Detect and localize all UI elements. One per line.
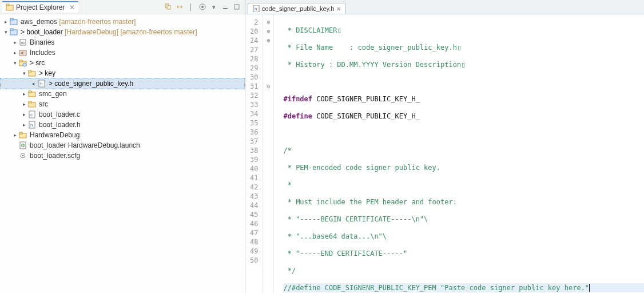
header-file-icon: h [37,79,46,88]
svg-rect-20 [29,70,31,72]
explorer-title-tab[interactable]: Project Explorer ✕ [2,1,78,13]
tree-label: > src [30,58,48,68]
svg-text:h: h [255,6,257,11]
close-icon[interactable]: ✕ [69,3,75,11]
tree-label: smc_gen [39,89,70,99]
link-editor-icon[interactable] [175,2,184,11]
folder-icon [27,89,37,98]
collapse-all-icon[interactable] [164,2,173,11]
tree-label: HardwareDebug [30,130,83,140]
editor-tab-label: code_signer_public_key.h [262,5,334,12]
tree-includes[interactable]: ▸ # Includes [0,47,245,58]
svg-rect-32 [19,132,22,134]
tree-label: > key [39,68,59,78]
explorer-header: Project Explorer ✕ │ ▾ [0,0,245,14]
tree-project-boot-loader[interactable]: ▾ > boot_loader [HardwareDebug] [amazon-… [0,27,245,37]
tree-qualifier: [HardwareDebug] [amazon-freertos master] [65,28,197,36]
project-icon [9,17,18,26]
folder-icon [27,69,37,78]
expand-icon[interactable]: ▸ [11,47,18,58]
svg-rect-3 [167,6,170,9]
project-explorer-view: Project Explorer ✕ │ ▾ ▸ aws_demos [amaz… [0,0,245,293]
expand-icon[interactable]: ▸ [2,17,9,27]
tree-label: Includes [30,47,59,58]
separator-icon: │ [186,2,196,11]
minimize-icon[interactable] [221,2,230,11]
view-menu-icon[interactable]: ▾ [209,2,218,11]
tree-boot-loader-h[interactable]: ▸ h boot_loader.h [0,120,245,130]
config-file-icon [18,151,27,160]
folder-icon [27,100,37,109]
explorer-title-text: Project Explorer [16,3,65,11]
line-number-gutter: 2202427282930313233343536373839404142434… [245,14,263,293]
header-file-icon: h [253,5,260,12]
tree-label: boot_loader.c [39,109,84,120]
tree-label: boot_loader.h [39,120,84,130]
svg-rect-24 [29,91,31,93]
tree-qualifier: [amazon-freertos master] [59,18,136,26]
c-file-icon: c [27,110,37,119]
source-folder-icon [18,58,27,68]
tree-label: > code_signer_public_key.h [49,78,137,89]
header-file-icon: h [27,120,37,129]
tree-label: src [39,99,51,109]
collapse-icon[interactable]: ▾ [21,68,27,78]
expand-icon[interactable]: ▸ [30,78,37,89]
svg-rect-1 [6,4,9,6]
fold-gutter[interactable]: ⊕⊕⊕⊖ [263,14,274,293]
tree-label: Binaries [30,37,58,47]
tree-scfg[interactable]: boot_loader.scfg [0,151,245,161]
code-editor[interactable]: 2202427282930313233343536373839404142434… [245,14,644,293]
tree-launch-config[interactable]: boot_loader HardwareDebug.launch [0,140,245,151]
svg-text:h: h [30,122,33,128]
svg-point-18 [23,63,26,66]
expand-icon[interactable]: ▸ [21,89,27,99]
tree-label: > boot_loader [21,28,63,36]
svg-text:01: 01 [21,41,25,45]
expand-icon[interactable]: ▸ [21,109,27,120]
svg-rect-26 [29,101,31,103]
binaries-icon: 01 [18,38,27,47]
expand-icon[interactable]: ▸ [21,120,27,130]
includes-icon: # [18,48,27,57]
svg-rect-7 [234,5,239,9]
tree-hardware-debug[interactable]: ▸ HardwareDebug [0,130,245,140]
launch-config-icon [18,141,27,150]
maximize-icon[interactable] [232,2,241,11]
svg-rect-6 [223,8,228,9]
project-tree[interactable]: ▸ aws_demos [amazon-freertos master] ▾ >… [0,14,245,293]
collapse-icon[interactable]: ▾ [11,58,18,68]
editor-area: h code_signer_public_key.h ✕ 22024272829… [245,0,644,293]
tree-binaries[interactable]: ▸ 01 Binaries [0,37,245,47]
svg-text:#: # [21,51,23,55]
svg-rect-11 [10,29,13,30]
folder-icon [18,130,27,140]
tree-label: boot_loader.scfg [30,151,84,161]
tree-src2[interactable]: ▸ src [0,99,245,109]
tree-boot-loader-c[interactable]: ▸ c boot_loader.c [0,109,245,120]
code-content[interactable]: * DISCLAIMER▯ * File Name : code_signer_… [274,14,644,293]
close-icon[interactable]: ✕ [336,6,341,12]
navigator-icon [6,3,14,11]
tree-smc-gen[interactable]: ▸ smc_gen [0,89,245,99]
svg-rect-17 [19,60,22,62]
tree-src[interactable]: ▾ > src [0,58,245,68]
expand-icon[interactable]: ▸ [11,130,18,140]
focus-icon[interactable] [198,2,207,11]
tree-code-signer-public-key-h[interactable]: ▸ h > code_signer_public_key.h [0,78,245,89]
collapse-icon[interactable]: ▾ [2,27,9,37]
svg-point-37 [22,155,24,157]
tree-label: aws_demos [21,18,57,26]
svg-text:h: h [40,81,42,86]
expand-icon[interactable]: ▸ [11,37,18,47]
tree-key[interactable]: ▾ > key [0,68,245,78]
svg-rect-9 [10,18,13,20]
editor-tab-code-signer[interactable]: h code_signer_public_key.h ✕ [248,3,346,14]
project-icon [9,27,18,37]
expand-icon[interactable]: ▸ [21,99,27,109]
svg-text:c: c [30,112,33,117]
editor-tabbar: h code_signer_public_key.h ✕ [245,0,644,14]
tree-label: boot_loader HardwareDebug.launch [30,140,144,151]
svg-point-4 [201,6,204,8]
tree-project-aws-demos[interactable]: ▸ aws_demos [amazon-freertos master] [0,17,245,27]
